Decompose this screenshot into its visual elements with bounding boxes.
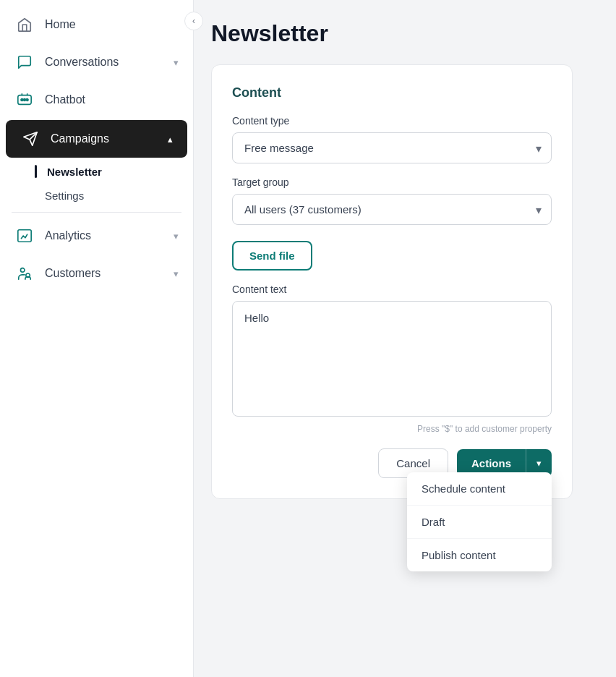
page-title: Newsletter <box>211 20 599 47</box>
content-type-label: Content type <box>232 115 552 127</box>
card-footer: Cancel Actions ▾ Schedule content Draft … <box>232 448 552 478</box>
analytics-icon <box>14 226 35 246</box>
sidebar: ‹ Home Conversations ▾ <box>0 0 194 677</box>
target-group-label: Target group <box>232 176 552 188</box>
home-icon <box>14 14 35 35</box>
content-text-field: Content text Hello Press "$" to add cust… <box>232 284 552 434</box>
newsletter-card: Content Content type Free message Templa… <box>211 64 573 499</box>
sidebar-item-chatbot-label: Chatbot <box>45 93 85 106</box>
dropdown-item-draft[interactable]: Draft <box>407 506 552 539</box>
content-type-select-wrapper: Free message Template Custom ▾ <box>232 132 552 163</box>
target-group-select[interactable]: All users (37 customers) Segment A Segme… <box>232 194 552 225</box>
sidebar-item-analytics-label: Analytics <box>45 229 91 242</box>
content-text-label: Content text <box>232 284 552 295</box>
campaigns-icon <box>20 129 40 149</box>
section-title: Content <box>232 85 552 101</box>
content-type-field: Content type Free message Template Custo… <box>232 115 552 163</box>
svg-point-3 <box>26 99 28 101</box>
sidebar-item-conversations[interactable]: Conversations ▾ <box>0 43 193 81</box>
campaigns-chevron: ▴ <box>168 134 173 145</box>
subnav-newsletter-label: Newsletter <box>47 166 102 178</box>
sidebar-item-conversations-label: Conversations <box>45 56 119 69</box>
subnav-item-settings[interactable]: Settings <box>45 184 193 208</box>
svg-point-5 <box>21 268 25 273</box>
customers-icon <box>14 263 35 284</box>
target-group-field: Target group All users (37 customers) Se… <box>232 176 552 225</box>
actions-dropdown-chevron: ▾ <box>536 458 542 469</box>
dropdown-item-schedule[interactable]: Schedule content <box>407 472 552 506</box>
sidebar-item-campaigns-label: Campaigns <box>51 132 109 145</box>
svg-point-1 <box>21 99 23 101</box>
customers-chevron: ▾ <box>174 268 179 279</box>
conversations-chevron: ▾ <box>174 57 179 68</box>
main-content: Newsletter Content Content type Free mes… <box>194 0 616 677</box>
sidebar-item-home-label: Home <box>45 18 76 31</box>
subnav-item-newsletter[interactable]: Newsletter <box>45 159 193 184</box>
target-group-select-wrapper: All users (37 customers) Segment A Segme… <box>232 194 552 225</box>
send-file-button[interactable]: Send file <box>232 241 312 271</box>
content-type-select[interactable]: Free message Template Custom <box>232 132 552 163</box>
actions-dropdown-menu: Schedule content Draft Publish content <box>407 472 552 571</box>
sidebar-item-home[interactable]: Home <box>0 6 193 43</box>
sidebar-item-campaigns[interactable]: Campaigns ▴ <box>6 120 187 158</box>
sidebar-item-customers[interactable]: Customers ▾ <box>0 255 193 292</box>
svg-rect-4 <box>18 230 31 242</box>
analytics-chevron: ▾ <box>174 231 179 242</box>
subnav-settings-label: Settings <box>45 190 84 202</box>
sidebar-item-analytics[interactable]: Analytics ▾ <box>0 217 193 255</box>
collapse-button[interactable]: ‹ <box>184 12 203 30</box>
actions-button-group: Actions ▾ Schedule content Draft Publish… <box>457 449 552 477</box>
dropdown-item-publish[interactable]: Publish content <box>407 539 552 571</box>
sidebar-item-chatbot[interactable]: Chatbot <box>0 81 193 119</box>
content-text-input[interactable]: Hello <box>232 301 552 417</box>
hint-text: Press "$" to add customer property <box>232 424 552 434</box>
nav-divider <box>12 212 181 213</box>
svg-point-2 <box>24 99 26 101</box>
conversations-icon <box>14 52 35 72</box>
sidebar-item-customers-label: Customers <box>45 267 100 280</box>
campaigns-subnav: Newsletter Settings <box>0 159 193 208</box>
chatbot-icon <box>14 90 35 110</box>
